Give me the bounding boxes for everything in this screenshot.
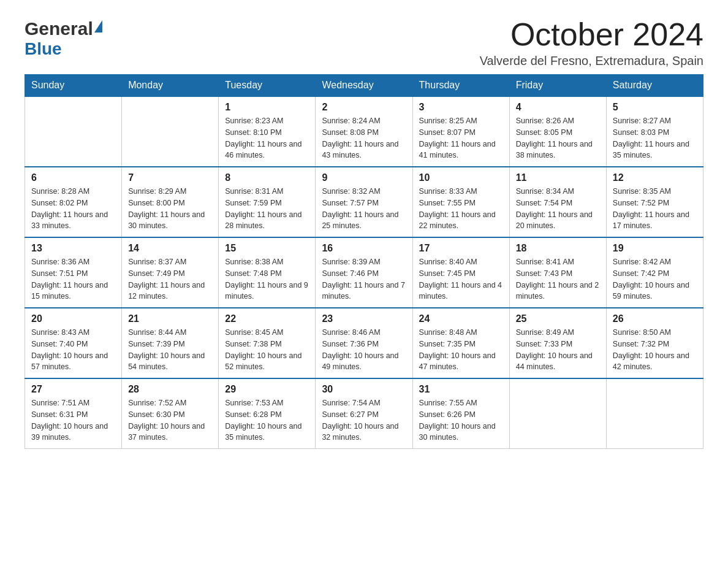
calendar-cell: 1Sunrise: 8:23 AM Sunset: 8:10 PM Daylig…	[219, 96, 316, 167]
day-number: 5	[613, 102, 697, 113]
calendar-header-row: SundayMondayTuesdayWednesdayThursdayFrid…	[25, 75, 703, 97]
day-info: Sunrise: 8:46 AM Sunset: 7:36 PM Dayligh…	[322, 327, 406, 373]
day-of-week-header: Saturday	[606, 75, 703, 97]
calendar-week-row: 13Sunrise: 8:36 AM Sunset: 7:51 PM Dayli…	[25, 237, 703, 308]
day-info: Sunrise: 7:51 AM Sunset: 6:31 PM Dayligh…	[31, 397, 115, 443]
calendar-cell: 8Sunrise: 8:31 AM Sunset: 7:59 PM Daylig…	[219, 167, 316, 237]
day-number: 2	[322, 102, 406, 113]
day-number: 29	[225, 384, 309, 395]
title-block: October 2024 Valverde del Fresno, Extrem…	[480, 18, 703, 68]
calendar-cell: 6Sunrise: 8:28 AM Sunset: 8:02 PM Daylig…	[25, 167, 122, 237]
day-of-week-header: Monday	[122, 75, 219, 97]
calendar-cell: 3Sunrise: 8:25 AM Sunset: 8:07 PM Daylig…	[412, 96, 509, 167]
day-info: Sunrise: 8:31 AM Sunset: 7:59 PM Dayligh…	[225, 186, 309, 232]
day-of-week-header: Friday	[509, 75, 606, 97]
location-title: Valverde del Fresno, Extremadura, Spain	[480, 54, 703, 68]
day-info: Sunrise: 8:37 AM Sunset: 7:49 PM Dayligh…	[128, 256, 212, 302]
calendar-cell: 18Sunrise: 8:41 AM Sunset: 7:43 PM Dayli…	[509, 237, 606, 308]
calendar-table: SundayMondayTuesdayWednesdayThursdayFrid…	[25, 74, 703, 449]
day-info: Sunrise: 7:55 AM Sunset: 6:26 PM Dayligh…	[419, 397, 503, 443]
day-info: Sunrise: 8:42 AM Sunset: 7:42 PM Dayligh…	[613, 256, 697, 302]
day-info: Sunrise: 8:23 AM Sunset: 8:10 PM Dayligh…	[225, 115, 309, 161]
logo-arrow-icon	[94, 20, 102, 33]
day-info: Sunrise: 8:38 AM Sunset: 7:48 PM Dayligh…	[225, 256, 309, 302]
day-info: Sunrise: 8:43 AM Sunset: 7:40 PM Dayligh…	[31, 327, 115, 373]
calendar-cell: 24Sunrise: 8:48 AM Sunset: 7:35 PM Dayli…	[412, 308, 509, 378]
logo-general-text: General	[25, 18, 93, 39]
day-info: Sunrise: 7:52 AM Sunset: 6:30 PM Dayligh…	[128, 397, 212, 443]
day-number: 15	[225, 243, 309, 254]
calendar-cell: 22Sunrise: 8:45 AM Sunset: 7:38 PM Dayli…	[219, 308, 316, 378]
day-number: 13	[31, 243, 115, 254]
calendar-cell: 21Sunrise: 8:44 AM Sunset: 7:39 PM Dayli…	[122, 308, 219, 378]
day-number: 16	[322, 243, 406, 254]
day-info: Sunrise: 8:33 AM Sunset: 7:55 PM Dayligh…	[419, 186, 503, 232]
day-number: 30	[322, 384, 406, 395]
day-number: 25	[516, 313, 600, 324]
day-number: 18	[516, 243, 600, 254]
calendar-cell: 11Sunrise: 8:34 AM Sunset: 7:54 PM Dayli…	[509, 167, 606, 237]
calendar-week-row: 27Sunrise: 7:51 AM Sunset: 6:31 PM Dayli…	[25, 378, 703, 449]
calendar-cell: 26Sunrise: 8:50 AM Sunset: 7:32 PM Dayli…	[606, 308, 703, 378]
day-number: 8	[225, 172, 309, 183]
day-number: 24	[419, 313, 503, 324]
calendar-cell	[509, 378, 606, 449]
day-number: 6	[31, 172, 115, 183]
day-info: Sunrise: 8:39 AM Sunset: 7:46 PM Dayligh…	[322, 256, 406, 302]
day-info: Sunrise: 7:53 AM Sunset: 6:28 PM Dayligh…	[225, 397, 309, 443]
day-info: Sunrise: 8:28 AM Sunset: 8:02 PM Dayligh…	[31, 186, 115, 232]
day-of-week-header: Sunday	[25, 75, 122, 97]
day-number: 27	[31, 384, 115, 395]
calendar-cell: 4Sunrise: 8:26 AM Sunset: 8:05 PM Daylig…	[509, 96, 606, 167]
calendar-cell: 29Sunrise: 7:53 AM Sunset: 6:28 PM Dayli…	[219, 378, 316, 449]
day-number: 10	[419, 172, 503, 183]
calendar-cell: 20Sunrise: 8:43 AM Sunset: 7:40 PM Dayli…	[25, 308, 122, 378]
calendar-cell	[606, 378, 703, 449]
day-info: Sunrise: 7:54 AM Sunset: 6:27 PM Dayligh…	[322, 397, 406, 443]
day-info: Sunrise: 8:34 AM Sunset: 7:54 PM Dayligh…	[516, 186, 600, 232]
day-of-week-header: Tuesday	[219, 75, 316, 97]
day-info: Sunrise: 8:45 AM Sunset: 7:38 PM Dayligh…	[225, 327, 309, 373]
logo: General Blue	[25, 18, 102, 59]
calendar-cell: 19Sunrise: 8:42 AM Sunset: 7:42 PM Dayli…	[606, 237, 703, 308]
calendar-cell: 17Sunrise: 8:40 AM Sunset: 7:45 PM Dayli…	[412, 237, 509, 308]
day-number: 20	[31, 313, 115, 324]
calendar-cell: 15Sunrise: 8:38 AM Sunset: 7:48 PM Dayli…	[219, 237, 316, 308]
day-info: Sunrise: 8:35 AM Sunset: 7:52 PM Dayligh…	[613, 186, 697, 232]
calendar-cell: 30Sunrise: 7:54 AM Sunset: 6:27 PM Dayli…	[316, 378, 412, 449]
day-info: Sunrise: 8:44 AM Sunset: 7:39 PM Dayligh…	[128, 327, 212, 373]
day-info: Sunrise: 8:50 AM Sunset: 7:32 PM Dayligh…	[613, 327, 697, 373]
calendar-cell: 10Sunrise: 8:33 AM Sunset: 7:55 PM Dayli…	[412, 167, 509, 237]
day-number: 11	[516, 172, 600, 183]
day-info: Sunrise: 8:25 AM Sunset: 8:07 PM Dayligh…	[419, 115, 503, 161]
day-number: 9	[322, 172, 406, 183]
calendar-cell: 28Sunrise: 7:52 AM Sunset: 6:30 PM Dayli…	[122, 378, 219, 449]
month-title: October 2024	[480, 18, 703, 50]
day-number: 21	[128, 313, 212, 324]
calendar-cell: 27Sunrise: 7:51 AM Sunset: 6:31 PM Dayli…	[25, 378, 122, 449]
calendar-cell: 25Sunrise: 8:49 AM Sunset: 7:33 PM Dayli…	[509, 308, 606, 378]
day-number: 28	[128, 384, 212, 395]
day-info: Sunrise: 8:49 AM Sunset: 7:33 PM Dayligh…	[516, 327, 600, 373]
day-info: Sunrise: 8:32 AM Sunset: 7:57 PM Dayligh…	[322, 186, 406, 232]
day-info: Sunrise: 8:41 AM Sunset: 7:43 PM Dayligh…	[516, 256, 600, 302]
day-info: Sunrise: 8:29 AM Sunset: 8:00 PM Dayligh…	[128, 186, 212, 232]
calendar-week-row: 6Sunrise: 8:28 AM Sunset: 8:02 PM Daylig…	[25, 167, 703, 237]
day-info: Sunrise: 8:40 AM Sunset: 7:45 PM Dayligh…	[419, 256, 503, 302]
day-number: 4	[516, 102, 600, 113]
day-number: 23	[322, 313, 406, 324]
logo-blue-text: Blue	[25, 39, 62, 58]
day-number: 3	[419, 102, 503, 113]
calendar-week-row: 20Sunrise: 8:43 AM Sunset: 7:40 PM Dayli…	[25, 308, 703, 378]
day-info: Sunrise: 8:27 AM Sunset: 8:03 PM Dayligh…	[613, 115, 697, 161]
calendar-cell: 2Sunrise: 8:24 AM Sunset: 8:08 PM Daylig…	[316, 96, 412, 167]
calendar-cell: 16Sunrise: 8:39 AM Sunset: 7:46 PM Dayli…	[316, 237, 412, 308]
day-number: 26	[613, 313, 697, 324]
day-info: Sunrise: 8:36 AM Sunset: 7:51 PM Dayligh…	[31, 256, 115, 302]
day-info: Sunrise: 8:48 AM Sunset: 7:35 PM Dayligh…	[419, 327, 503, 373]
day-number: 22	[225, 313, 309, 324]
page-header: General Blue October 2024 Valverde del F…	[25, 18, 703, 68]
calendar-cell: 13Sunrise: 8:36 AM Sunset: 7:51 PM Dayli…	[25, 237, 122, 308]
calendar-cell: 12Sunrise: 8:35 AM Sunset: 7:52 PM Dayli…	[606, 167, 703, 237]
day-info: Sunrise: 8:24 AM Sunset: 8:08 PM Dayligh…	[322, 115, 406, 161]
